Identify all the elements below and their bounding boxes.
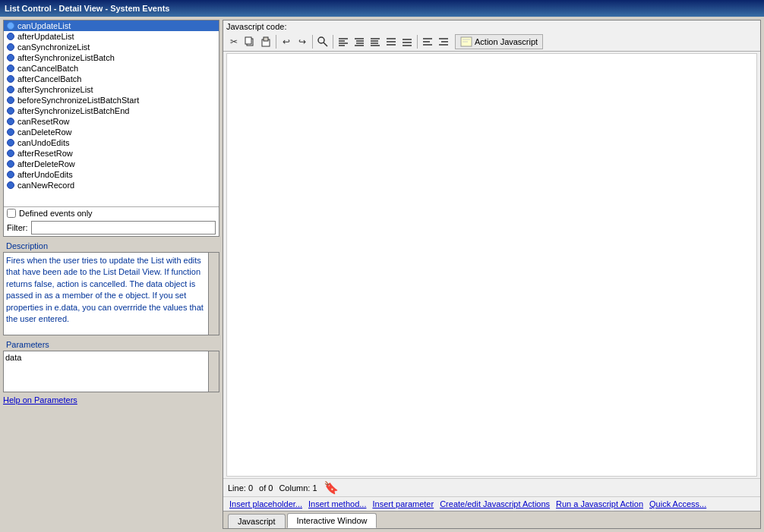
event-dot-icon [7,171,14,178]
main-container: canUpdateListafterUpdateListcanSynchroni… [0,17,764,532]
svg-line-5 [324,42,327,46]
format-btn1[interactable] [420,34,435,49]
window-title: List Control - Detail View - System Even… [5,4,169,13]
bottom-links: Insert placeholder... Insert method... I… [223,496,760,511]
event-dot-icon [7,150,14,157]
indent-button[interactable] [352,34,367,49]
format-btn2[interactable] [436,34,451,49]
filter-label: Filter: [7,223,28,232]
event-dot-icon [7,75,14,83]
defined-events-row: Defined events only [4,206,219,219]
uncomment-button[interactable] [399,34,415,49]
event-dot-icon [7,33,14,40]
event-list-item[interactable]: canDeleteRow [4,127,219,137]
right-panel: Javascript code: ✂ ↩ ↪ [223,20,761,529]
event-dot-icon [7,65,14,72]
tab-javascript[interactable]: Javascript [228,514,286,528]
sep3 [333,35,333,49]
insert-parameter-link[interactable]: Insert parameter [371,499,435,508]
event-list-container: canUpdateListafterUpdateListcanSynchroni… [3,20,219,237]
line-status: Line: 0 [228,483,253,493]
filter-row: Filter: [4,219,219,236]
code-editor[interactable] [226,53,757,477]
outdent-button[interactable] [368,34,383,49]
event-list-item[interactable]: afterUpdateList [4,31,219,42]
svg-rect-1 [245,37,251,44]
run-action-link[interactable]: Run a Javascript Action [554,499,645,508]
event-list-item[interactable]: canSynchronizeList [4,42,219,52]
event-list[interactable]: canUpdateListafterUpdateListcanSynchroni… [4,20,219,206]
sep4 [417,35,418,49]
tab-interactive-window[interactable]: Interactive Window [287,513,377,528]
toolbar: ✂ ↩ ↪ [223,33,760,52]
comment-button[interactable] [384,34,399,49]
action-javascript-label: Action Javascript [475,37,538,46]
sep2 [312,35,313,49]
copy-button[interactable] [242,34,257,49]
cut-button[interactable]: ✂ [226,34,242,49]
js-code-label: Javascript code: [223,20,760,33]
event-dot-icon [7,22,14,30]
defined-events-checkbox[interactable] [7,209,16,218]
insert-placeholder-link[interactable]: Insert placeholder... [228,499,304,508]
event-list-item[interactable]: canUpdateList [4,20,219,31]
event-dot-icon [7,107,14,115]
event-dot-icon [7,54,14,61]
find-button[interactable] [315,34,330,49]
event-list-item[interactable]: canUndoEdits [4,137,219,148]
event-list-item[interactable]: afterCancelBatch [4,74,219,84]
parameters-scrollbar[interactable] [208,351,219,392]
event-list-item[interactable]: canResetRow [4,116,219,127]
title-bar: List Control - Detail View - System Even… [0,0,764,17]
event-dot-icon [7,181,14,189]
undo-button[interactable]: ↩ [279,34,294,49]
tabs-area: Javascript Interactive Window [223,511,760,528]
event-dot-icon [7,139,14,146]
status-bar: Line: 0 of 0 Column: 1 🔖 [223,478,760,496]
column-status: Column: 1 [279,483,317,493]
of-status: of 0 [259,483,273,493]
description-text: Fires when the user tries to update the … [3,252,219,335]
event-list-item[interactable]: afterResetRow [4,148,219,159]
description-label: Description [3,240,219,252]
status-icon[interactable]: 🔖 [324,480,339,495]
help-link-container: Help on Parameters [3,395,219,405]
svg-point-4 [318,37,324,43]
event-list-item[interactable]: afterDeleteRow [4,159,219,169]
event-dot-icon [7,43,14,51]
svg-rect-3 [264,37,268,41]
left-panel: canUpdateListafterUpdateListcanSynchroni… [3,20,219,529]
redo-button[interactable]: ↪ [295,34,310,49]
paste-button[interactable] [258,34,273,49]
event-list-item[interactable]: canCancelBatch [4,63,219,74]
filter-input[interactable] [31,221,216,235]
parameters-content: data [3,351,219,392]
event-dot-icon [7,160,14,168]
event-list-item[interactable]: beforeSynchronizeListBatchStart [4,95,219,105]
event-dot-icon [7,86,14,93]
parameters-label: Parameters [3,338,219,351]
quick-access-link[interactable]: Quick Access... [648,499,708,508]
event-list-item[interactable]: canNewRecord [4,180,219,190]
parameters-section: Parameters data [3,338,219,392]
content-area: canUpdateListafterUpdateListcanSynchroni… [0,17,764,532]
align-left-button[interactable] [336,34,351,49]
description-section: Description Fires when the user tries to… [3,240,219,335]
create-edit-actions-link[interactable]: Create/edit Javascript Actions [438,499,551,508]
defined-events-label: Defined events only [19,209,93,218]
event-dot-icon [7,128,14,136]
action-javascript-button[interactable]: Action Javascript [455,34,543,49]
description-scrollbar[interactable] [208,253,219,335]
event-list-item[interactable]: afterSynchronizeList [4,84,219,95]
event-list-item[interactable]: afterUndoEdits [4,169,219,180]
help-on-parameters-link[interactable]: Help on Parameters [3,394,77,406]
insert-method-link[interactable]: Insert method... [307,499,368,508]
event-dot-icon [7,96,14,104]
event-dot-icon [7,118,14,125]
sep1 [276,35,276,49]
event-list-item[interactable]: afterSynchronizeListBatchEnd [4,105,219,116]
event-list-item[interactable]: afterSynchronizeListBatch [4,52,219,63]
